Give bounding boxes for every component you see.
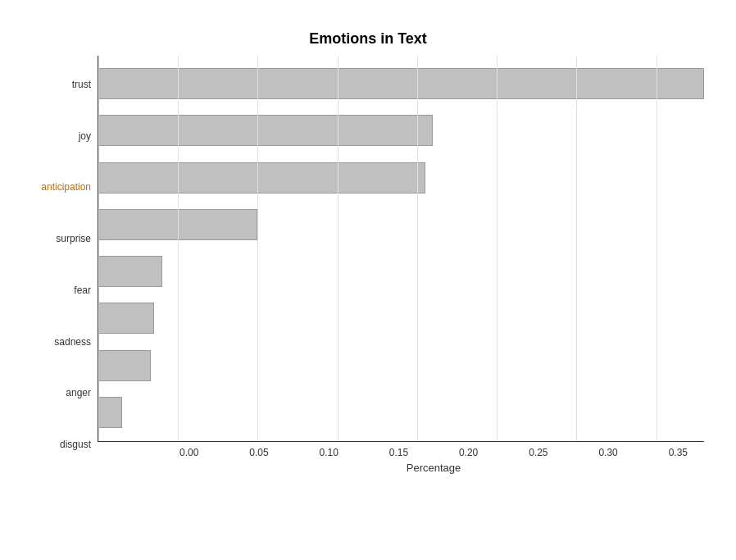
x-tick-6: 0.30 — [598, 447, 617, 458]
bars-area — [98, 56, 704, 442]
chart-area: trustjoyanticipationsurprisefearsadnessa… — [16, 56, 720, 515]
x-tick-3: 0.15 — [389, 447, 408, 458]
bar-row-trust — [98, 61, 704, 107]
x-tick-7: 0.35 — [669, 447, 688, 458]
x-tick-4: 0.20 — [459, 447, 478, 458]
bar-row-sadness — [98, 295, 704, 342]
x-tick-1: 0.05 — [249, 447, 268, 458]
bar-row-disgust — [98, 389, 704, 435]
x-tick-2: 0.10 — [319, 447, 338, 458]
chart-title: Emotions in Text — [16, 14, 720, 56]
bar-joy — [98, 115, 433, 146]
x-axis-labels: 0.000.050.100.150.200.250.300.35 — [179, 442, 688, 458]
bar-anticipation — [98, 162, 425, 193]
chart-container: Emotions in Text trustjoyanticipationsur… — [16, 14, 720, 547]
bar-trust — [98, 68, 704, 99]
bar-row-joy — [98, 107, 704, 154]
bar-fear — [98, 256, 162, 287]
x-tick-5: 0.25 — [529, 447, 547, 458]
bottom-section: 0.000.050.100.150.200.250.300.35 Percent… — [98, 442, 704, 474]
bar-disgust — [98, 397, 122, 428]
bars-inner — [98, 56, 704, 441]
x-tick-0: 0.00 — [179, 447, 198, 458]
bar-row-anger — [98, 342, 704, 389]
bar-row-anticipation — [98, 154, 704, 201]
y-axis-labels: trustjoyanticipationsurprisefearsadnessa… — [32, 56, 98, 474]
bar-row-fear — [98, 248, 704, 295]
bar-sadness — [98, 303, 154, 334]
x-axis-title: Percentage — [179, 462, 688, 474]
bar-surprise — [98, 209, 257, 240]
bar-row-surprise — [98, 201, 704, 248]
bar-anger — [98, 350, 151, 381]
